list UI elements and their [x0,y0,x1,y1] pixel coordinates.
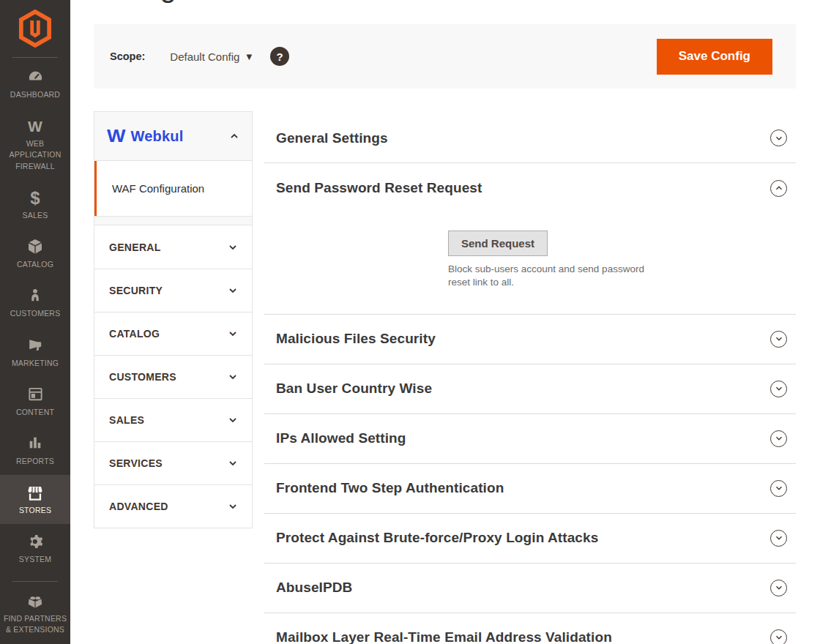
sidebar-item-sales[interactable]: $ SALES [0,180,70,229]
scope-label: Scope: [110,50,145,62]
chevron-down-icon [228,415,238,425]
chevron-down-circle-icon [770,430,787,447]
section-ips-allowed-setting[interactable]: IPs Allowed Setting [264,414,796,464]
config-sections: General Settings Send Password Reset Req… [264,113,796,644]
chevron-down-icon [228,458,238,468]
sidebar-item-label: FIND PARTNERS & EXTENSIONS [2,613,68,635]
nav-item-customers[interactable]: CUSTOMERS [94,355,252,398]
sales-icon: $ [2,189,68,208]
sidebar-item-label: STORES [2,505,68,516]
sidebar-item-stores[interactable]: STORES [0,475,70,524]
sidebar-item-dashboard[interactable]: DASHBOARD [0,59,70,108]
admin-sidebar: DASHBOARD W WEB APPLICATION FIREWALL $ S… [0,0,70,644]
sidebar-item-label: SYSTEM [2,554,68,565]
section-abuseipdb[interactable]: AbuseIPDB [264,564,796,613]
chevron-down-circle-icon [770,580,787,596]
section-malicious-files-security[interactable]: Malicious Files Security [264,315,796,364]
scope-toolbar: Scope: Default Config ▼ ? Save Config [94,24,796,89]
section-ban-user-country-wise[interactable]: Ban User Country Wise [264,364,796,414]
nav-item-waf-configuration[interactable]: WAF Configuration [94,161,252,216]
vendor-name: Webkul [130,128,183,145]
dashboard-icon [2,68,68,87]
section-mailbox-layer-validation[interactable]: Mailbox Layer Real-Time Email Address Va… [264,613,796,644]
chevron-down-icon [228,329,238,339]
extensions-icon [2,592,68,611]
content-area: Configuration Scope: Default Config ▼ ? … [70,0,820,644]
stores-icon [2,484,68,503]
send-request-button[interactable]: Send Request [448,231,548,256]
scope-value: Default Config [170,50,239,63]
sidebar-item-label: CONTENT [2,407,68,418]
sidebar-item-label: CUSTOMERS [2,308,68,319]
chevron-down-circle-icon [770,331,787,348]
webkul-logo-icon: W [107,127,125,146]
sidebar-item-system[interactable]: SYSTEM [0,524,70,573]
chevron-down-icon [228,285,238,296]
sidebar-divider [12,57,58,58]
customers-icon [2,287,68,306]
save-config-button[interactable]: Save Config [657,39,772,75]
sidebar-item-content[interactable]: CONTENT [0,377,70,426]
marketing-icon [2,337,68,356]
sidebar-item-label: WEB APPLICATION FIREWALL [2,138,68,172]
chevron-down-circle-icon [770,530,787,547]
sidebar-item-find-partners[interactable]: FIND PARTNERS & EXTENSIONS [0,583,70,643]
section-frontend-two-step-authentication[interactable]: Frontend Two Step Authentication [264,464,796,514]
reports-icon [2,435,68,454]
chevron-up-circle-icon [770,180,787,197]
nav-item-catalog[interactable]: CATALOG [94,312,252,355]
nav-item-advanced[interactable]: ADVANCED [94,484,252,528]
content-icon [2,386,68,405]
sidebar-item-label: SALES [2,210,68,221]
waf-icon: W [2,117,68,136]
sidebar-divider [12,581,58,582]
catalog-icon [2,238,68,257]
nav-item-sales[interactable]: SALES [94,398,252,441]
send-password-reset-body: Send Request Block sub-users account and… [264,213,796,315]
chevron-down-circle-icon [770,130,787,146]
sidebar-item-catalog[interactable]: CATALOG [0,229,70,278]
vendor-section-header[interactable]: W Webkul [94,112,252,161]
sidebar-item-label: CATALOG [2,259,68,270]
scope-selector[interactable]: Default Config ▼ [170,50,252,63]
page-title: Configuration [92,0,264,1]
nav-item-security[interactable]: SECURITY [94,269,252,312]
nav-spacer [94,216,252,225]
chevron-down-icon [228,242,238,252]
magento-logo-icon[interactable] [18,10,52,48]
sidebar-item-reports[interactable]: REPORTS [0,426,70,475]
system-icon [2,533,68,552]
chevron-down-circle-icon [770,381,787,397]
sidebar-item-web-application-firewall[interactable]: W WEB APPLICATION FIREWALL [0,108,70,180]
nav-item-general[interactable]: GENERAL [94,225,252,269]
chevron-up-icon [229,131,239,141]
sidebar-item-label: DASHBOARD [2,89,68,100]
section-send-password-reset-request[interactable]: Send Password Reset Request [264,163,796,213]
sidebar-item-label: MARKETING [2,358,68,369]
section-protect-brute-force[interactable]: Protect Against Brute-force/Proxy Login … [264,514,796,564]
help-icon[interactable]: ? [270,47,289,66]
config-nav: W Webkul WAF Configuration GENERAL SECUR… [94,111,253,528]
caret-down-icon: ▼ [246,53,252,61]
chevron-down-icon [228,501,238,512]
nav-item-services[interactable]: SERVICES [94,441,252,484]
sidebar-item-marketing[interactable]: MARKETING [0,328,70,377]
sidebar-item-label: REPORTS [2,456,68,467]
field-comment: Block sub-users account and send passwor… [448,263,655,289]
chevron-down-circle-icon [770,629,787,644]
chevron-down-icon [228,372,238,382]
section-general-settings[interactable]: General Settings [264,113,796,163]
sidebar-item-customers[interactable]: CUSTOMERS [0,278,70,327]
chevron-down-circle-icon [770,480,787,497]
